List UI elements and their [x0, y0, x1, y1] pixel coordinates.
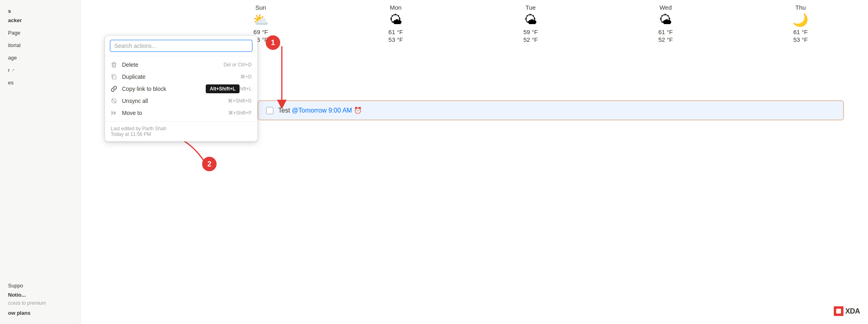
copy-link-tooltip: Alt+Shift+L	[206, 84, 240, 93]
weather-high-mon: 61 °F	[389, 29, 403, 35]
xda-logo-icon	[835, 308, 842, 314]
menu-item-move[interactable]: Move to ⌘+Shift+P	[105, 107, 257, 119]
task-block-container: ⋮⋮ Test @Tomorrow 9:00 AM ⏰	[258, 100, 844, 120]
weather-icon-wed: 🌤	[659, 13, 672, 26]
weather-icon-thu: 🌙	[792, 13, 808, 26]
move-shortcut: ⌘+Shift+P	[228, 110, 252, 116]
sidebar-view-plans[interactable]: ow plans	[5, 308, 75, 318]
weather-low-wed: 52 °F	[658, 36, 673, 43]
sidebar-item-page[interactable]: Page	[5, 28, 75, 37]
annotation-1: 1	[266, 35, 280, 50]
sidebar-notion: Notio...	[5, 290, 75, 299]
xda-logo-box	[834, 306, 843, 316]
day-name-wed: Wed	[659, 4, 672, 11]
day-name-thu: Thu	[795, 4, 806, 11]
footer-edited-by: Last edited by Parth Shah	[111, 126, 252, 131]
duplicate-icon	[111, 74, 122, 80]
day-name-tue: Tue	[525, 4, 535, 11]
delete-shortcut: Del or Ctrl+D	[223, 62, 252, 68]
weather-high-thu: 61 °F	[793, 29, 808, 35]
task-label: Test	[278, 107, 292, 114]
footer-time: Today at 11:56 PM	[111, 131, 252, 137]
context-menu-items: Delete Del or Ctrl+D Duplicate ⌘+D	[105, 56, 257, 121]
unsync-label: Unsync all	[122, 98, 228, 104]
day-name-sun: Sun	[255, 4, 266, 11]
sidebar-title: s	[5, 6, 75, 16]
sidebar-item-age[interactable]: age	[5, 53, 75, 62]
trash-icon	[111, 62, 122, 68]
context-menu-footer: Last edited by Parth Shah Today at 11:56…	[105, 121, 257, 141]
task-mention[interactable]: @Tomorrow 9:00 AM	[292, 107, 352, 114]
weather-low-mon: 53 °F	[389, 36, 403, 43]
menu-item-duplicate[interactable]: Duplicate ⌘+D	[105, 71, 257, 83]
duplicate-shortcut: ⌘+D	[240, 74, 252, 80]
text: r	[8, 67, 10, 73]
menu-item-unsync[interactable]: Unsync all ⌘+Shift+G	[105, 95, 257, 107]
move-label: Move to	[122, 110, 228, 116]
sidebar-access: ccess to premium	[5, 299, 75, 307]
weather-high-wed: 61 °F	[658, 29, 673, 35]
task-checkbox[interactable]	[266, 107, 273, 114]
move-icon	[111, 110, 122, 116]
sidebar-item-suppo[interactable]: Suppo	[5, 281, 75, 290]
duplicate-label: Duplicate	[122, 74, 240, 80]
weather-day-wed: Wed 🌤 61 °F 52 °F	[598, 0, 733, 47]
annotation-circle-1: 1	[266, 35, 280, 50]
svg-rect-3	[113, 76, 116, 79]
context-menu-search-container	[105, 36, 257, 56]
svg-rect-6	[836, 309, 841, 314]
weather-icon-tue: 🌤	[524, 13, 537, 26]
menu-item-delete[interactable]: Delete Del or Ctrl+D	[105, 59, 257, 71]
unsync-icon	[111, 98, 122, 104]
weather-high-tue: 59 °F	[523, 29, 538, 35]
external-link-icon: ↗	[11, 68, 14, 72]
annotation-arrow-1	[258, 44, 306, 109]
alarm-icon: ⏰	[354, 107, 362, 114]
weather-low-thu: 53 °F	[793, 36, 808, 43]
annotation-2: 2	[202, 157, 217, 171]
annotation-circle-2: 2	[202, 157, 217, 171]
sidebar-item-itorial[interactable]: itorial	[5, 41, 75, 50]
unsync-shortcut: ⌘+Shift+G	[228, 98, 252, 104]
menu-item-copy-link[interactable]: Copy link to block ⌥+Shift+L Alt+Shift+L	[105, 83, 257, 95]
xda-logo: XDA	[834, 306, 860, 316]
task-block[interactable]: Test @Tomorrow 9:00 AM ⏰	[258, 100, 844, 120]
sidebar-item-r[interactable]: r ↗	[5, 66, 75, 75]
delete-label: Delete	[122, 62, 223, 68]
search-actions-input[interactable]	[110, 40, 252, 52]
weather-day-tue: Tue 🌤 59 °F 52 °F	[463, 0, 598, 47]
context-menu: Delete Del or Ctrl+D Duplicate ⌘+D	[105, 35, 258, 141]
xda-watermark: XDA	[834, 306, 860, 316]
main-content: Sun ⛅ 69 °F 56 °F Mon 🌤 61 °F 53 °F Tue …	[81, 0, 868, 324]
weather-icon-mon: 🌤	[389, 13, 402, 26]
task-text: Test @Tomorrow 9:00 AM ⏰	[278, 107, 835, 114]
weather-widget: Sun ⛅ 69 °F 56 °F Mon 🌤 61 °F 53 °F Tue …	[193, 0, 868, 47]
sidebar: s acker Page itorial age r ↗ es Suppo No…	[0, 0, 81, 324]
weather-day-thu: Thu 🌙 61 °F 53 °F	[733, 0, 868, 47]
link-icon	[111, 86, 122, 92]
sidebar-subtitle: acker	[5, 16, 75, 25]
weather-icon-sun: ⛅	[253, 13, 269, 26]
weather-day-mon: Mon 🌤 61 °F 53 °F	[328, 0, 463, 47]
xda-label: XDA	[843, 307, 860, 316]
sidebar-item-es[interactable]: es	[5, 78, 75, 87]
weather-high-sun: 69 °F	[254, 29, 268, 35]
weather-low-tue: 52 °F	[523, 36, 538, 43]
day-name-mon: Mon	[390, 4, 401, 11]
